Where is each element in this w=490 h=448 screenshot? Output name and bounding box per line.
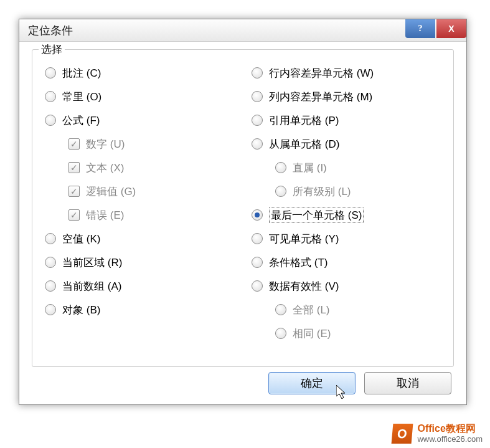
watermark-title: Office教程网 xyxy=(417,422,483,434)
cancel-button-label: 取消 xyxy=(397,376,419,391)
watermark-logo-icon: O xyxy=(392,424,413,444)
label-all-levels: 所有级别 (L) xyxy=(293,184,351,199)
right-column: 行内容差异单元格 (W) 列内容差异单元格 (M) 引用单元格 (P) 从属单元… xyxy=(248,61,445,345)
label-comments: 批注 (C) xyxy=(62,66,101,80)
dialog-buttons: 确定 取消 xyxy=(268,372,451,394)
radio-current-region[interactable] xyxy=(45,257,56,268)
label-current-region: 当前区域 (R) xyxy=(62,255,122,270)
radio-cond-format[interactable] xyxy=(252,257,263,268)
radio-all-levels xyxy=(275,186,286,197)
dialog-title: 定位条件 xyxy=(28,23,73,38)
label-all: 全部 (L) xyxy=(293,303,330,317)
checkbox-logical xyxy=(68,186,80,197)
label-numbers: 数字 (U) xyxy=(86,137,125,151)
radio-current-array[interactable] xyxy=(45,280,56,292)
radio-dependents[interactable] xyxy=(252,138,263,150)
radio-comments[interactable] xyxy=(45,67,56,79)
select-group: 选择 批注 (C) 常里 (O) 公式 (F) 数字 (U) 文本 (X) 逻辑… xyxy=(32,49,454,367)
label-constants: 常里 (O) xyxy=(62,90,101,104)
checkbox-numbers xyxy=(68,138,80,150)
titlebar: 定位条件 ? X xyxy=(19,19,466,42)
dialog-content: 选择 批注 (C) 常里 (O) 公式 (F) 数字 (U) 文本 (X) 逻辑… xyxy=(19,42,466,404)
radio-visible[interactable] xyxy=(252,233,263,244)
radio-col-diff[interactable] xyxy=(252,91,263,102)
label-last-cell: 最后一个单元格 (S) xyxy=(269,207,364,223)
ok-button-label: 确定 xyxy=(301,376,323,391)
radio-objects[interactable] xyxy=(45,304,56,315)
ok-button[interactable]: 确定 xyxy=(268,372,356,394)
label-logical: 逻辑值 (G) xyxy=(86,184,136,199)
radio-same xyxy=(275,328,286,339)
label-blanks: 空值 (K) xyxy=(62,232,100,246)
radio-precedents[interactable] xyxy=(252,115,263,126)
label-direct: 直属 (I) xyxy=(293,161,327,175)
label-visible: 可见单元格 (Y) xyxy=(269,232,339,246)
titlebar-buttons: ? X xyxy=(405,19,466,38)
radio-formulas[interactable] xyxy=(45,115,56,126)
label-precedents: 引用单元格 (P) xyxy=(269,113,339,128)
radio-last-cell[interactable] xyxy=(252,209,263,221)
cursor-icon xyxy=(336,385,349,401)
label-current-array: 当前数组 (A) xyxy=(62,279,121,293)
checkbox-text xyxy=(68,162,80,173)
label-same: 相同 (E) xyxy=(293,326,331,341)
label-col-diff: 列内容差异单元格 (M) xyxy=(269,90,372,104)
label-data-valid: 数据有效性 (V) xyxy=(269,279,339,293)
radio-row-diff[interactable] xyxy=(252,67,263,79)
goto-special-dialog: 定位条件 ? X 选择 批注 (C) 常里 (O) 公式 (F) 数字 (U) … xyxy=(19,19,467,405)
watermark-url: www.office26.com xyxy=(417,434,483,444)
checkbox-errors xyxy=(68,209,80,221)
watermark: O Office教程网 www.office26.com xyxy=(392,422,483,444)
label-text: 文本 (X) xyxy=(86,161,124,175)
group-label: 选择 xyxy=(39,42,65,57)
radio-all xyxy=(275,304,286,315)
radio-blanks[interactable] xyxy=(45,233,56,244)
radio-data-valid[interactable] xyxy=(252,280,263,292)
label-row-diff: 行内容差异单元格 (W) xyxy=(269,66,374,80)
label-cond-format: 条件格式 (T) xyxy=(269,255,327,270)
help-button[interactable]: ? xyxy=(405,19,435,38)
label-objects: 对象 (B) xyxy=(62,303,100,317)
label-errors: 错误 (E) xyxy=(86,208,124,222)
label-dependents: 从属单元格 (D) xyxy=(269,137,339,151)
radio-constants[interactable] xyxy=(45,91,56,102)
left-column: 批注 (C) 常里 (O) 公式 (F) 数字 (U) 文本 (X) 逻辑值 (… xyxy=(41,61,238,345)
label-formulas: 公式 (F) xyxy=(62,113,100,128)
cancel-button[interactable]: 取消 xyxy=(364,372,451,394)
radio-direct xyxy=(275,162,286,173)
close-button[interactable]: X xyxy=(436,19,466,38)
